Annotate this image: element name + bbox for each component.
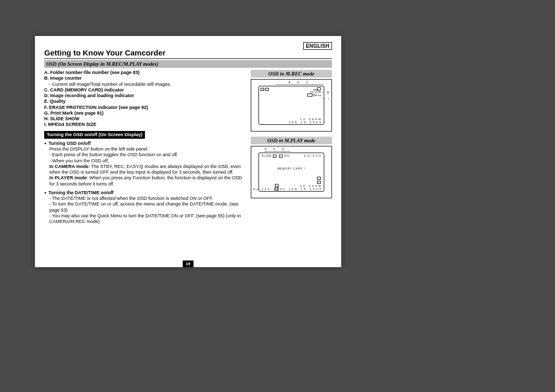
size-icon <box>307 94 312 97</box>
item-g: G. Print Mark (see page 91) <box>44 110 246 116</box>
player-mode-label: In PLAYER mode <box>49 175 87 180</box>
section-heading-osd-onoff: Turning the OSD on/off (On Screen Displa… <box>44 131 145 139</box>
mplay-file: 1 0 0 - 0 0 0 1 <box>262 188 285 191</box>
mplay-header: OSD in M.PLAY mode <box>251 137 332 144</box>
manual-page: ENGLISH Getting to Know Your Camcorder O… <box>35 36 341 267</box>
osd-camera-mode: In CAMERA mode: The STBY, REC, EASY.Q mo… <box>49 164 246 176</box>
item-i: I. MPEG4 SCREEN SIZE <box>44 122 246 127</box>
subtitle-bar: OSD (On Screen Display in M.REC/M.PLAY m… <box>44 60 332 68</box>
mplay-slide: SLIDE <box>262 154 271 157</box>
item-e: E. Quality <box>44 99 246 104</box>
osd-text-2: - Each press of the button toggles the O… <box>49 152 246 158</box>
arrow-icon: ▸▸▸ <box>313 88 316 90</box>
card-icon <box>265 88 269 91</box>
mplay-num: 001 <box>284 154 290 157</box>
mrec-date: J A N . 1 0 , 2 0 0 4 <box>289 121 321 124</box>
mrec-size: 352 <box>313 94 317 97</box>
item-h: H. SLIDE SHOW <box>44 116 246 122</box>
dt-text-2: - To turn the DATE/TIME on or off, acces… <box>49 201 246 213</box>
mrec-marker-b: B <box>327 91 329 94</box>
language-badge: ENGLISH <box>303 42 332 50</box>
camera-mode-label: In CAMERA mode <box>49 164 88 169</box>
main-text-column: A. Folder number-file number (see page 8… <box>44 70 246 225</box>
blank-icon-2 <box>275 184 279 187</box>
lock-icon <box>273 155 276 158</box>
bullet-turning-osd: Turning OSD on/off <box>44 141 246 146</box>
mplay-counter: 2 2 / 2 4 0 <box>304 154 321 157</box>
box-icon-2 <box>317 181 321 184</box>
item-b: B. Image counter <box>44 76 246 81</box>
page-number: 19 <box>183 260 194 267</box>
osd-text-3: - When you turn the OSD off, <box>49 158 246 164</box>
mplay-top-markers: H F G <box>265 147 287 151</box>
item-d: D. Image recording and loading indicator <box>44 93 246 99</box>
mplay-diagram: H F G SLIDE 001 2 2 / 2 4 0 MEMORY CARD … <box>251 146 332 198</box>
sf-icon <box>261 88 264 91</box>
page-title: Getting to Know Your Camcorder <box>44 48 332 57</box>
diagram-column: OSD in M.REC mode E D C ▸▸▸ 22/240 352 m… <box>251 70 332 225</box>
item-c: C. CARD (MEMORY CARD) indicator <box>44 87 246 93</box>
osd-player-mode: In PLAYER mode: When you press any Funct… <box>49 175 246 187</box>
title-rule <box>44 58 332 59</box>
mrec-diagram: E D C ▸▸▸ 22/240 352 min B I <box>251 79 332 132</box>
print-icon <box>279 155 283 158</box>
mrec-marker-i: I <box>328 97 329 100</box>
osd-text-1: Press the DISPLAY button on the left sid… <box>49 146 246 152</box>
item-f: F. ERASE PROTECTION indicator (see page … <box>44 105 246 110</box>
dt-text-1: - The DATE/TIME is not affected when the… <box>49 196 246 201</box>
card-icon-2 <box>317 177 321 180</box>
item-a: A. Folder number-file number (see page 8… <box>44 70 246 76</box>
bullet-turning-datetime: Turning the DATE/TIME on/off <box>44 190 246 196</box>
mrec-header: OSD in M.REC mode <box>251 70 332 78</box>
dt-text-3: - You may also use the Quick Menu to tur… <box>49 213 246 225</box>
mplay-memcard: MEMORY CARD ! <box>251 167 331 170</box>
mplay-date: J A N . 1 0 , 2 0 0 4 <box>289 188 321 191</box>
mplay-marker-a: A <box>253 188 255 191</box>
mrec-top-markers: E D C <box>289 81 311 84</box>
item-b-sub: - Current still image/Total number of re… <box>49 82 246 87</box>
